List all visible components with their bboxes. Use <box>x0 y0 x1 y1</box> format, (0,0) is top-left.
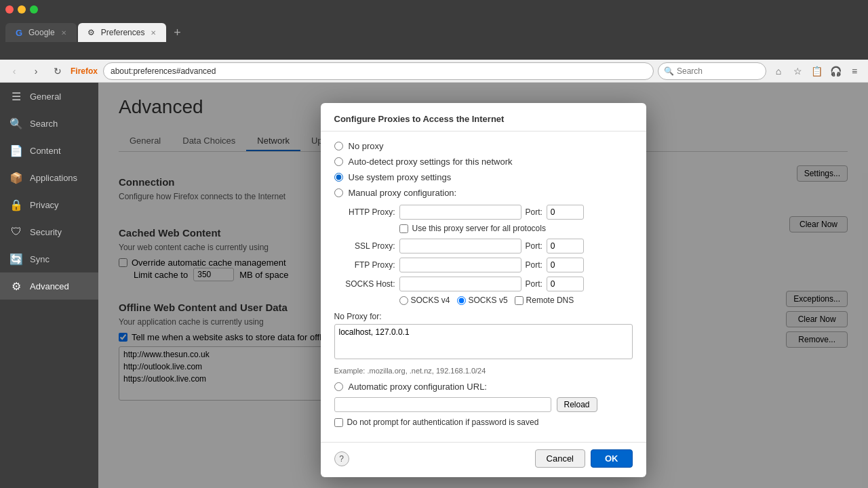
remote-dns-label: Remote DNS <box>526 296 574 305</box>
url-bar[interactable]: about:preferences#advanced <box>103 62 654 80</box>
socks-port-input[interactable] <box>547 277 584 291</box>
proxy-dialog: Configure Proxies to Access the Internet… <box>321 103 646 477</box>
http-proxy-input[interactable] <box>399 205 521 220</box>
sidebar-item-applications-label: Applications <box>30 173 77 183</box>
tab-google[interactable]: G Google ✕ <box>5 23 77 42</box>
sidebar-item-search-label: Search <box>30 119 58 129</box>
title-bar <box>0 0 868 19</box>
socks4-option[interactable]: SOCKS v4 <box>399 296 450 305</box>
google-icon: G <box>14 27 24 38</box>
home-icon[interactable]: ⌂ <box>770 63 787 79</box>
reload-button[interactable]: Reload <box>557 397 597 412</box>
main-layout: ☰ General 🔍 Search 📄 Content 📦 Applicati… <box>0 83 868 488</box>
tabs-bar: G Google ✕ ⚙ Preferences ✕ + <box>0 19 868 42</box>
auto-detect-label: Auto-detect proxy settings for this netw… <box>349 157 513 167</box>
sidebar-item-privacy[interactable]: 🔒 Privacy <box>0 191 98 218</box>
firefox-label: Firefox <box>71 66 98 76</box>
gear-icon: ⚙ <box>86 27 97 38</box>
manual-proxy-label: Manual proxy configuration: <box>349 188 457 198</box>
socks5-radio[interactable] <box>457 296 466 305</box>
system-proxy-label: Use system proxy settings <box>349 172 452 182</box>
dialog-body: No proxy Auto-detect proxy settings for … <box>321 131 646 442</box>
cancel-button[interactable]: Cancel <box>535 449 585 468</box>
remote-dns-option[interactable]: Remote DNS <box>515 296 574 305</box>
ftp-port-label: Port: <box>526 260 542 270</box>
auto-proxy-input[interactable] <box>334 397 551 412</box>
sidebar-item-sync[interactable]: 🔄 Sync <box>0 245 98 272</box>
ftp-proxy-input[interactable] <box>399 258 521 272</box>
search-bar[interactable]: 🔍 <box>658 62 766 80</box>
sidebar-item-sync-label: Sync <box>30 254 50 264</box>
auto-detect-option[interactable]: Auto-detect proxy settings for this netw… <box>334 157 633 167</box>
applications-icon: 📦 <box>9 171 23 184</box>
auto-proxy-option[interactable]: Automatic proxy configuration URL: <box>334 382 633 392</box>
content-area: Advanced General Data Choices Network Up… <box>98 83 868 488</box>
no-proxy-textarea[interactable]: localhost, 127.0.0.1 <box>334 324 633 359</box>
tab-google-close[interactable]: ✕ <box>59 28 68 37</box>
pocket-icon[interactable]: 🎧 <box>827 63 844 79</box>
auto-detect-radio[interactable] <box>334 157 343 166</box>
system-proxy-radio[interactable] <box>334 173 343 182</box>
history-icon[interactable]: 📋 <box>808 63 825 79</box>
close-icon[interactable] <box>5 5 14 14</box>
sidebar-item-general[interactable]: ☰ General <box>0 83 98 110</box>
socks4-radio[interactable] <box>399 296 408 305</box>
content-icon: 📄 <box>9 144 23 157</box>
sidebar-item-content-label: Content <box>30 146 61 156</box>
ssl-proxy-input[interactable] <box>399 239 521 253</box>
socks-host-label: SOCKS Host: <box>334 279 395 289</box>
ftp-proxy-label: FTP Proxy: <box>334 260 395 270</box>
bookmark-icon[interactable]: ☆ <box>789 63 806 79</box>
socks5-option[interactable]: SOCKS v5 <box>457 296 508 305</box>
back-button[interactable]: ‹ <box>5 62 23 80</box>
manual-proxy-radio[interactable] <box>334 188 343 197</box>
ftp-port-input[interactable] <box>547 258 584 272</box>
socks4-label: SOCKS v4 <box>411 296 450 305</box>
auto-proxy-radio[interactable] <box>334 382 343 391</box>
sidebar-item-content[interactable]: 📄 Content <box>0 137 98 164</box>
ok-button[interactable]: OK <box>591 449 633 468</box>
no-proxy-label: No proxy <box>349 141 384 151</box>
general-icon: ☰ <box>9 89 23 103</box>
new-tab-button[interactable]: + <box>167 23 186 42</box>
sidebar: ☰ General 🔍 Search 📄 Content 📦 Applicati… <box>0 83 98 488</box>
minimize-icon[interactable] <box>18 5 26 14</box>
forward-button[interactable]: › <box>27 62 45 80</box>
sync-icon: 🔄 <box>9 252 23 266</box>
sidebar-item-general-label: General <box>30 92 61 102</box>
manual-proxy-option[interactable]: Manual proxy configuration: <box>334 188 633 198</box>
same-proxy-checkbox[interactable] <box>399 224 408 233</box>
maximize-icon[interactable] <box>30 5 38 14</box>
http-port-input[interactable] <box>547 205 584 220</box>
no-proxy-option[interactable]: No proxy <box>334 141 633 151</box>
remote-dns-checkbox[interactable] <box>515 296 524 305</box>
menu-icon[interactable]: ≡ <box>846 63 863 79</box>
tab-preferences-label: Preferences <box>101 28 145 37</box>
ssl-port-label: Port: <box>526 241 542 251</box>
same-proxy-label: Use this proxy server for all protocols <box>412 224 546 233</box>
sidebar-item-search[interactable]: 🔍 Search <box>0 110 98 137</box>
system-proxy-option[interactable]: Use system proxy settings <box>334 172 633 182</box>
no-prompt-checkbox[interactable] <box>334 418 343 427</box>
tab-preferences-close[interactable]: ✕ <box>149 28 158 37</box>
search-icon: 🔍 <box>9 117 23 130</box>
no-proxy-section: No Proxy for: localhost, 127.0.0.1 <box>334 312 633 361</box>
sidebar-item-advanced[interactable]: ⚙ Advanced <box>0 272 98 300</box>
no-proxy-radio[interactable] <box>334 142 343 150</box>
help-button[interactable]: ? <box>334 451 349 466</box>
ssl-port-input[interactable] <box>547 239 584 253</box>
ssl-proxy-label: SSL Proxy: <box>334 241 395 251</box>
nav-bar: ‹ › ↻ Firefox about:preferences#advanced… <box>0 60 868 83</box>
search-icon: 🔍 <box>664 66 674 76</box>
reload-button[interactable]: ↻ <box>49 62 66 80</box>
http-proxy-label: HTTP Proxy: <box>334 207 395 217</box>
auto-proxy-url-label: Automatic proxy configuration URL: <box>349 382 487 392</box>
no-prompt-row[interactable]: Do not prompt for authentication if pass… <box>334 418 633 427</box>
socks-host-input[interactable] <box>399 277 521 291</box>
sidebar-item-applications[interactable]: 📦 Applications <box>0 164 98 191</box>
tab-google-label: Google <box>28 28 55 37</box>
search-input[interactable] <box>677 66 760 76</box>
tab-preferences[interactable]: ⚙ Preferences ✕ <box>78 23 167 42</box>
socks-port-label: Port: <box>526 279 542 289</box>
sidebar-item-security[interactable]: 🛡 Security <box>0 218 98 245</box>
